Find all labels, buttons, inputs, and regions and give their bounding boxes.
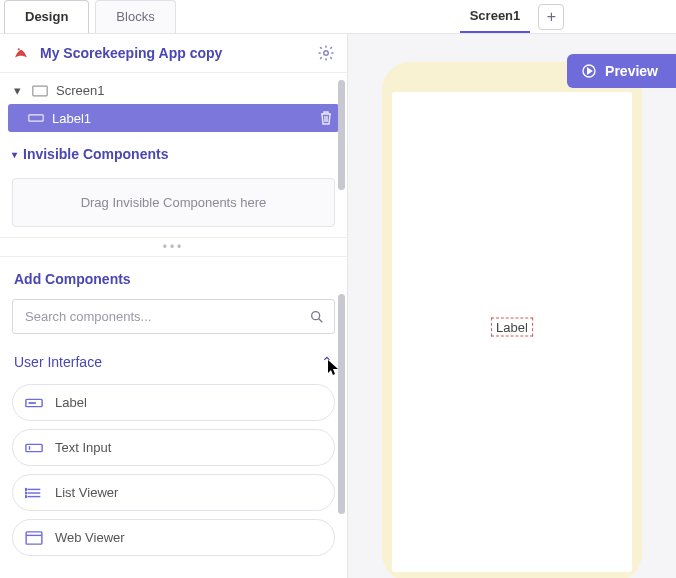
component-item-label[interactable]: Label: [12, 384, 335, 421]
screen-icon: [32, 85, 48, 97]
invisible-components-title: Invisible Components: [23, 146, 168, 162]
svg-rect-15: [26, 531, 42, 543]
tree-label-screen: Screen1: [56, 83, 333, 98]
add-screen-button[interactable]: +: [538, 4, 564, 30]
component-item-text: Web Viewer: [55, 530, 125, 545]
component-item-web-viewer[interactable]: Web Viewer: [12, 519, 335, 556]
tree-label-component: Label1: [52, 111, 311, 126]
app-logo-icon: [12, 44, 30, 62]
list-viewer-icon: [25, 486, 43, 500]
project-title: My Scorekeeping App copy: [40, 45, 222, 61]
search-input[interactable]: [12, 299, 335, 334]
svg-rect-7: [26, 444, 42, 451]
gear-icon[interactable]: [317, 44, 335, 62]
screen-tab[interactable]: Screen1: [460, 0, 531, 33]
preview-button[interactable]: Preview: [567, 54, 676, 88]
panel-resize-handle[interactable]: •••: [0, 237, 347, 257]
invisible-components-header[interactable]: ▾ Invisible Components: [0, 136, 347, 172]
component-item-list-viewer[interactable]: List Viewer: [12, 474, 335, 511]
category-user-interface[interactable]: User Interface ⌃: [0, 346, 347, 380]
device-frame: Label: [382, 62, 642, 578]
svg-point-14: [25, 495, 27, 497]
plus-icon: +: [547, 8, 556, 26]
add-components-title: Add Components: [0, 257, 347, 295]
component-item-text-input[interactable]: Text Input: [12, 429, 335, 466]
label-component-icon: [25, 396, 43, 410]
svg-point-1: [324, 51, 329, 56]
device-screen[interactable]: Label: [392, 92, 632, 572]
tab-blocks[interactable]: Blocks: [95, 0, 175, 33]
label-icon: [28, 112, 44, 124]
svg-rect-2: [33, 86, 47, 96]
search-icon: [309, 309, 325, 325]
svg-point-13: [25, 492, 27, 494]
svg-point-0: [18, 48, 20, 50]
svg-rect-6: [29, 402, 36, 404]
svg-rect-3: [29, 115, 43, 121]
svg-point-4: [312, 311, 320, 319]
cursor-icon: [328, 360, 340, 376]
canvas-label-element[interactable]: Label: [491, 318, 533, 337]
tree-row-screen[interactable]: ▾ Screen1: [8, 77, 339, 104]
tab-design[interactable]: Design: [4, 0, 89, 33]
text-input-icon: [25, 441, 43, 455]
caret-down-icon: ▾: [12, 149, 17, 160]
component-item-text: Text Input: [55, 440, 111, 455]
category-label: User Interface: [14, 354, 102, 370]
scrollbar-thumb-lower[interactable]: [338, 294, 345, 514]
caret-down-icon: ▾: [14, 83, 24, 98]
trash-icon[interactable]: [319, 110, 333, 126]
preview-button-label: Preview: [605, 63, 658, 79]
play-icon: [581, 63, 597, 79]
component-item-label-text: Label: [55, 395, 87, 410]
svg-point-12: [25, 488, 27, 490]
scrollbar-thumb-upper[interactable]: [338, 80, 345, 190]
invisible-drop-zone[interactable]: Drag Invisible Components here: [12, 178, 335, 227]
component-item-text: List Viewer: [55, 485, 118, 500]
tree-row-selected-component[interactable]: Label1: [8, 104, 339, 132]
web-viewer-icon: [25, 531, 43, 545]
